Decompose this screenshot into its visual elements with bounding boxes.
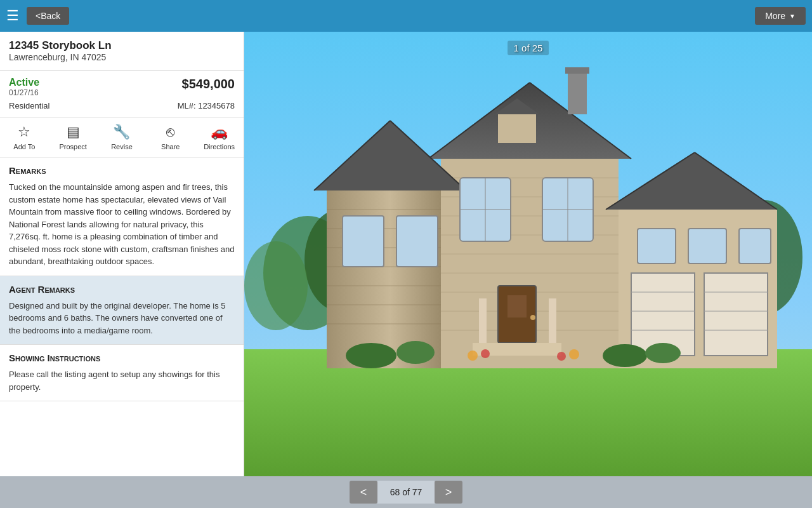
agent-remarks-title: Agent Remarks xyxy=(9,284,235,295)
svg-rect-46 xyxy=(498,114,536,143)
more-arrow-icon: ▼ xyxy=(789,13,796,20)
agent-remarks-section: Agent Remarks Designed and built by the … xyxy=(0,276,244,345)
directions-button[interactable]: 🚗 Directions xyxy=(197,124,242,150)
status-date: 01/27/16 xyxy=(9,88,39,97)
revise-button[interactable]: 🔧 Revise xyxy=(100,124,144,150)
address-street: 12345 Storybook Ln xyxy=(9,39,235,52)
more-label: More xyxy=(765,11,785,21)
hamburger-icon[interactable]: ☰ xyxy=(6,8,19,24)
mls-number: ML#: 12345678 xyxy=(178,101,235,110)
svg-rect-64 xyxy=(739,229,771,264)
prev-button[interactable]: < xyxy=(350,481,377,504)
svg-point-72 xyxy=(557,352,566,361)
prospect-icon: ▤ xyxy=(67,124,80,140)
svg-rect-54 xyxy=(343,216,384,267)
svg-rect-63 xyxy=(688,229,726,264)
svg-rect-74 xyxy=(565,67,589,74)
svg-rect-60 xyxy=(479,298,487,343)
svg-rect-55 xyxy=(396,216,438,267)
price: $549,000 xyxy=(182,77,235,91)
svg-point-58 xyxy=(530,315,535,320)
svg-rect-57 xyxy=(508,295,527,318)
actions-row: ☆ Add To ▤ Prospect 🔧 Revise ⎋ Share 🚗 D… xyxy=(0,117,244,157)
remarks-title: Remarks xyxy=(9,165,235,176)
showing-instructions-text: Please call the listing agent to setup a… xyxy=(9,368,235,393)
status-badge: Active xyxy=(9,77,39,88)
address-city: Lawrenceburg, IN 47025 xyxy=(9,52,235,62)
add-to-button[interactable]: ☆ Add To xyxy=(2,124,46,150)
meta-row: Residential ML#: 12345678 xyxy=(0,98,244,117)
add-to-label: Add To xyxy=(13,143,35,150)
remarks-text: Tucked on the mountainside among aspen a… xyxy=(9,181,235,268)
top-bar-left: ☰ <Back xyxy=(6,7,69,25)
share-icon: ⎋ xyxy=(166,124,174,140)
svg-rect-61 xyxy=(549,298,556,343)
svg-point-70 xyxy=(481,349,490,358)
status-section: Active 01/27/16 xyxy=(9,77,39,97)
property-type: Residential xyxy=(9,101,49,110)
share-label: Share xyxy=(161,143,180,150)
svg-point-69 xyxy=(468,351,478,361)
directions-label: Directions xyxy=(204,143,235,150)
showing-instructions-title: Showing Instructions xyxy=(9,352,235,363)
svg-point-68 xyxy=(645,343,681,363)
svg-point-67 xyxy=(603,344,647,367)
page-counter: 68 of 77 xyxy=(377,481,435,504)
back-button[interactable]: <Back xyxy=(27,7,69,25)
main-container: 12345 Storybook Ln Lawrenceburg, IN 4702… xyxy=(0,32,812,476)
svg-point-71 xyxy=(569,349,579,359)
more-button[interactable]: More ▼ xyxy=(755,7,806,25)
star-icon: ☆ xyxy=(18,124,30,140)
next-button[interactable]: > xyxy=(435,481,462,504)
agent-remarks-text: Designed and built by the original devel… xyxy=(9,300,235,337)
bottom-bar: < 68 of 77 > xyxy=(0,476,812,508)
car-icon: 🚗 xyxy=(211,124,228,140)
share-button[interactable]: ⎋ Share xyxy=(148,124,193,150)
wrench-icon: 🔧 xyxy=(113,124,130,140)
address-block: 12345 Storybook Ln Lawrenceburg, IN 4702… xyxy=(0,32,244,70)
revise-label: Revise xyxy=(111,143,133,150)
remarks-section: Remarks Tucked on the mountainside among… xyxy=(0,157,244,276)
status-price-row: Active 01/27/16 $549,000 xyxy=(0,70,244,98)
left-panel: 12345 Storybook Ln Lawrenceburg, IN 4702… xyxy=(0,32,244,476)
svg-point-5 xyxy=(244,241,308,330)
prospect-button[interactable]: ▤ Prospect xyxy=(51,124,95,150)
svg-rect-73 xyxy=(568,70,587,114)
svg-point-65 xyxy=(346,343,396,368)
top-nav-bar: ☰ <Back More ▼ xyxy=(0,0,812,32)
image-counter: 1 of 25 xyxy=(508,41,549,55)
showing-instructions-section: Showing Instructions Please call the lis… xyxy=(0,345,244,401)
prospect-label: Prospect xyxy=(59,143,86,150)
svg-rect-62 xyxy=(638,229,676,264)
house-image xyxy=(244,32,812,476)
svg-point-66 xyxy=(396,341,435,364)
right-panel: 1 of 25 xyxy=(244,32,812,476)
svg-rect-33 xyxy=(704,273,768,356)
